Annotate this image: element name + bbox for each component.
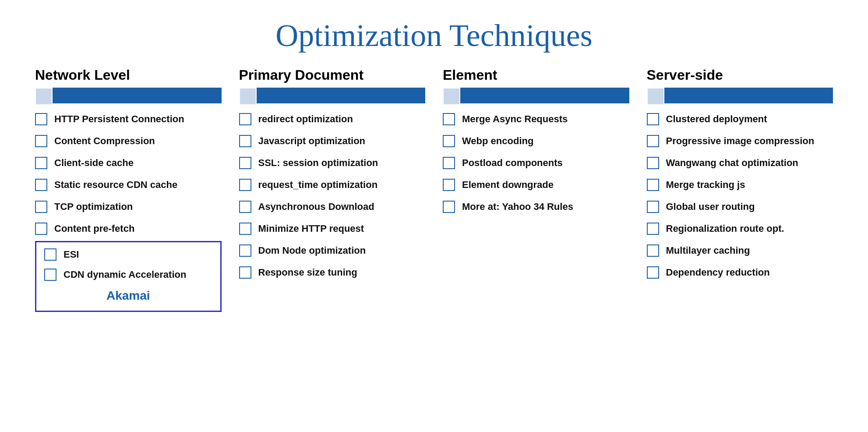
checklist-network: HTTP Persistent ConnectionContent Compre… bbox=[35, 113, 222, 235]
checkbox-icon[interactable] bbox=[647, 157, 659, 169]
list-item-label: Multilayer caching bbox=[666, 245, 750, 256]
list-item-label: Content Compression bbox=[54, 135, 155, 147]
list-item-label: Response size tuning bbox=[258, 267, 357, 278]
checkbox-icon[interactable] bbox=[443, 201, 455, 213]
list-item: Clustered deployment bbox=[647, 113, 833, 125]
column-element: ElementMerge Async RequestsWebp encoding… bbox=[434, 67, 638, 312]
list-item-label: More at: Yahoo 34 Rules bbox=[462, 201, 573, 212]
list-item: Wangwang chat optimization bbox=[647, 157, 833, 169]
akamai-box: ESICDN dynamic AccelerationAkamai bbox=[35, 241, 222, 312]
list-item: CDN dynamic Acceleration bbox=[44, 269, 212, 281]
checkbox-icon[interactable] bbox=[443, 135, 455, 147]
column-network: Network LevelHTTP Persistent ConnectionC… bbox=[26, 67, 230, 312]
list-item-label: Webp encoding bbox=[462, 135, 533, 147]
list-item-label: HTTP Persistent Connection bbox=[54, 113, 184, 125]
list-item-label: TCP optimization bbox=[54, 201, 133, 212]
column-bar-network bbox=[35, 88, 222, 103]
list-item: Postload components bbox=[443, 157, 629, 169]
checkbox-icon[interactable] bbox=[239, 266, 251, 279]
list-item: More at: Yahoo 34 Rules bbox=[443, 201, 629, 213]
list-item: ESI bbox=[44, 248, 212, 261]
column-bar-element bbox=[443, 88, 629, 103]
checkbox-icon[interactable] bbox=[443, 113, 455, 125]
checklist-primary_document: redirect optimizationJavascript optimiza… bbox=[239, 113, 426, 279]
list-item: Client-side cache bbox=[35, 157, 222, 169]
list-item-label: Static resource CDN cache bbox=[54, 179, 177, 191]
list-item-label: Javascript optimization bbox=[258, 135, 366, 147]
list-item: Dependency reduction bbox=[647, 266, 833, 279]
list-item: Response size tuning bbox=[239, 266, 426, 279]
column-server_side: Server-sideClustered deploymentProgressi… bbox=[638, 67, 842, 312]
list-item: Content Compression bbox=[35, 135, 222, 147]
list-item-label: Global user routing bbox=[666, 201, 755, 212]
list-item-label: Element downgrade bbox=[462, 179, 554, 191]
akamai-label: Akamai bbox=[44, 289, 212, 303]
list-item-label: ESI bbox=[64, 249, 79, 260]
list-item: SSL: session optimization bbox=[239, 157, 426, 169]
checkbox-icon[interactable] bbox=[239, 135, 251, 147]
list-item: Global user routing bbox=[647, 201, 833, 213]
list-item-label: Asynchronous Download bbox=[258, 201, 374, 212]
checkbox-icon[interactable] bbox=[239, 113, 251, 125]
checkbox-icon[interactable] bbox=[35, 179, 47, 191]
checkbox-icon[interactable] bbox=[443, 157, 455, 169]
list-item-label: Merge Async Requests bbox=[462, 113, 568, 125]
checkbox-icon[interactable] bbox=[239, 223, 251, 235]
list-item-label: redirect optimization bbox=[258, 113, 353, 125]
list-item: Asynchronous Download bbox=[239, 201, 426, 213]
checkbox-icon[interactable] bbox=[35, 113, 47, 125]
list-item: Javascript optimization bbox=[239, 135, 426, 147]
list-item-label: Clustered deployment bbox=[666, 113, 767, 125]
list-item-label: Dependency reduction bbox=[666, 267, 770, 278]
list-item-label: Progressive image compression bbox=[666, 135, 815, 147]
list-item: Merge Async Requests bbox=[443, 113, 629, 125]
checklist-element: Merge Async RequestsWebp encodingPostloa… bbox=[443, 113, 629, 213]
checkbox-icon[interactable] bbox=[35, 135, 47, 147]
list-item: redirect optimization bbox=[239, 113, 426, 125]
checkbox-icon[interactable] bbox=[239, 157, 251, 169]
checkbox-icon[interactable] bbox=[647, 201, 659, 213]
checkbox-icon[interactable] bbox=[35, 201, 47, 213]
list-item: Progressive image compression bbox=[647, 135, 833, 147]
list-item-label: Regionalization route opt. bbox=[666, 223, 784, 234]
checkbox-icon[interactable] bbox=[44, 248, 56, 261]
checkbox-icon[interactable] bbox=[35, 223, 47, 235]
list-item: Content pre-fetch bbox=[35, 223, 222, 235]
column-bar-server_side bbox=[647, 88, 833, 103]
list-item-label: CDN dynamic Acceleration bbox=[64, 269, 186, 280]
list-item-label: Merge tracking js bbox=[666, 179, 745, 191]
checkbox-icon[interactable] bbox=[647, 179, 659, 191]
list-item: request_time optimization bbox=[239, 179, 426, 191]
list-item: Multilayer caching bbox=[647, 244, 833, 257]
list-item: Minimize HTTP request bbox=[239, 223, 426, 235]
checkbox-icon[interactable] bbox=[35, 157, 47, 169]
column-header-network: Network Level bbox=[35, 67, 222, 83]
checkbox-icon[interactable] bbox=[647, 244, 659, 257]
checklist-server_side: Clustered deploymentProgressive image co… bbox=[647, 113, 833, 279]
list-item-label: Dom Node optimization bbox=[258, 245, 366, 256]
list-item: HTTP Persistent Connection bbox=[35, 113, 222, 125]
list-item: Element downgrade bbox=[443, 179, 629, 191]
checkbox-icon[interactable] bbox=[647, 223, 659, 235]
checkbox-icon[interactable] bbox=[647, 266, 659, 279]
column-primary_document: Primary Documentredirect optimizationJav… bbox=[230, 67, 434, 312]
list-item-label: request_time optimization bbox=[258, 179, 378, 191]
column-header-primary_document: Primary Document bbox=[239, 67, 426, 83]
checkbox-icon[interactable] bbox=[44, 269, 56, 281]
checkbox-icon[interactable] bbox=[647, 135, 659, 147]
page-title: Optimization Techniques bbox=[26, 18, 842, 54]
checkbox-icon[interactable] bbox=[239, 201, 251, 213]
list-item: Dom Node optimization bbox=[239, 244, 426, 257]
list-item-label: Minimize HTTP request bbox=[258, 223, 364, 234]
column-header-server_side: Server-side bbox=[647, 67, 833, 83]
list-item: Webp encoding bbox=[443, 135, 629, 147]
column-header-element: Element bbox=[443, 67, 629, 83]
checkbox-icon[interactable] bbox=[239, 244, 251, 257]
columns-wrapper: Network LevelHTTP Persistent ConnectionC… bbox=[26, 67, 842, 312]
checkbox-icon[interactable] bbox=[443, 179, 455, 191]
list-item-label: Postload components bbox=[462, 157, 563, 169]
checkbox-icon[interactable] bbox=[647, 113, 659, 125]
checkbox-icon[interactable] bbox=[239, 179, 251, 191]
list-item: Regionalization route opt. bbox=[647, 223, 833, 235]
akamai-checklist: ESICDN dynamic Acceleration bbox=[44, 248, 212, 281]
